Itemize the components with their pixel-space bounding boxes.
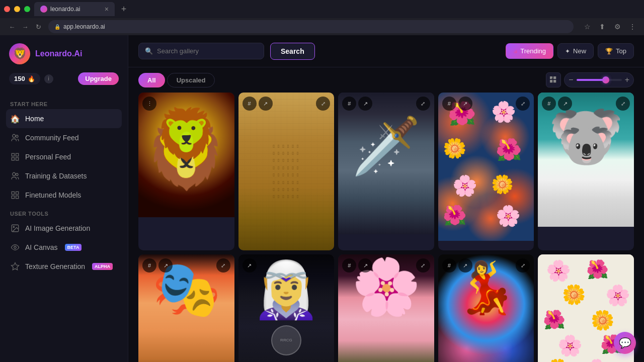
item-expand-btn[interactable]: ⤢ [216, 258, 230, 273]
item-icons: ⋮ [142, 97, 156, 111]
svg-rect-20 [552, 78, 553, 79]
sidebar-item-ai-canvas[interactable]: AI Canvas BETA [6, 238, 122, 257]
top-button[interactable]: 🏆 Top [598, 43, 634, 59]
item-expand-btn[interactable]: ⤢ [616, 97, 630, 111]
svg-rect-4 [12, 158, 14, 160]
sidebar-item-personal-feed[interactable]: Personal Feed [6, 147, 122, 166]
browser-action-buttons: ☆ ⬆ ⚙ ⋮ [582, 21, 638, 32]
svg-marker-15 [12, 263, 19, 270]
sidebar-item-ai-image[interactable]: AI Image Generation [6, 219, 122, 238]
item-hash-btn[interactable]: # [442, 97, 456, 111]
address-bar[interactable]: 🔒 app.leonardo.ai [48, 20, 574, 33]
gallery-item[interactable]: 𓀀 𓀁 𓀂 𓀃 𓀄 𓀅𓀆 𓀇 𓀈 𓀉 𓀊 𓀋𓀌 𓀍 𓀎 𓀏 𓀐 𓀑𓀒 𓀓 𓀔 𓀕… [238, 93, 335, 250]
close-btn[interactable] [4, 6, 10, 12]
back-btn[interactable]: ← [6, 21, 18, 33]
gallery-item[interactable]: 💃 # ↗ ⤢ [438, 254, 534, 362]
zoom-minus-btn[interactable]: − [569, 75, 573, 84]
new-tab-btn[interactable]: + [117, 2, 131, 16]
texture-icon [10, 261, 20, 272]
sidebar-item-finetuned[interactable]: Finetuned Models [6, 186, 122, 205]
svg-rect-18 [550, 80, 552, 82]
search-box: 🔍 [138, 43, 264, 59]
upgrade-button[interactable]: Upgrade [78, 72, 119, 85]
item-share-btn[interactable]: ↗ [243, 258, 257, 273]
tab-title: leonardo.ai [50, 6, 80, 13]
item-hash-btn[interactable]: # [142, 258, 156, 273]
active-tab[interactable]: leonardo.ai × [34, 2, 115, 16]
gallery-item[interactable]: 🎭 # ↗ ⤢ [138, 254, 234, 362]
gallery-item[interactable]: 🗡️ # ↗ ⤢ [338, 93, 434, 250]
item-icons: # ↗ [243, 97, 273, 111]
filter-upscaled[interactable]: Upscaled [167, 73, 215, 87]
beta-badge: BETA [65, 244, 82, 251]
search-icon: 🔍 [145, 47, 153, 55]
sidebar-label-finetuned: Finetuned Models [25, 191, 81, 199]
search-button[interactable]: Search [270, 43, 315, 60]
grid-view-btn[interactable] [546, 72, 561, 87]
item-hash-btn[interactable]: # [542, 97, 556, 111]
sidebar-item-community-feed[interactable]: Community Feed [6, 128, 122, 147]
star-btn[interactable]: ☆ [582, 21, 593, 32]
item-share-btn[interactable]: ↗ [458, 258, 472, 273]
gallery-item[interactable]: 🌺 🌸 🌼 🌺 🌸 🌼 🌺 🌸 # [438, 93, 534, 250]
sidebar: 🦁 Leonardo.Ai 150 🔥 i Upgrade Start Here… [0, 35, 128, 362]
zoom-slider[interactable]: − + [564, 72, 634, 87]
share-btn[interactable]: ⬆ [597, 21, 608, 32]
zoom-track [577, 79, 622, 81]
new-button[interactable]: ✦ New [557, 43, 594, 59]
gallery-item[interactable]: 🐨 # ↗ ⤢ [538, 93, 634, 250]
item-share-btn[interactable]: ↗ [358, 97, 372, 111]
sidebar-item-home[interactable]: 🏠 Home [6, 109, 122, 128]
item-icons: # ↗ [442, 258, 472, 273]
svg-rect-17 [553, 76, 556, 79]
svg-rect-9 [16, 192, 19, 194]
svg-point-14 [14, 246, 17, 249]
gallery-image-egyptian: 𓀀 𓀁 𓀂 𓀃 𓀄 𓀅𓀆 𓀇 𓀈 𓀉 𓀊 𓀋𓀌 𓀍 𓀎 𓀏 𓀐 𓀑𓀒 𓀓 𓀔 𓀕… [238, 93, 335, 250]
gallery-item[interactable]: 🌸 # ↗ ⤢ [338, 254, 434, 362]
chat-bubble-btn[interactable]: 💬 [614, 332, 636, 354]
extensions-btn[interactable]: ⚙ [612, 21, 623, 32]
sidebar-label-texture: Texture Generation [25, 262, 85, 270]
item-expand-btn[interactable]: ⤢ [316, 97, 330, 111]
item-hash-btn[interactable]: # [342, 97, 356, 111]
svg-point-6 [13, 172, 16, 175]
sidebar-item-training[interactable]: Training & Datasets [6, 166, 122, 186]
filter-tabs: All Upscaled [138, 73, 215, 87]
start-here-label: Start Here [6, 97, 122, 109]
gallery-image-koala: 🐨 [538, 93, 634, 227]
item-share-btn[interactable]: ↗ [358, 258, 372, 273]
menu-btn[interactable]: ⋮ [627, 21, 638, 32]
info-button[interactable]: i [44, 74, 53, 83]
item-hash-btn[interactable]: # [342, 258, 356, 273]
refresh-btn[interactable]: ↻ [32, 21, 44, 33]
item-share-btn[interactable]: ↗ [158, 258, 173, 273]
browser-chrome: leonardo.ai × + ← → ↻ 🔒 app.leonardo.ai … [0, 0, 644, 35]
zoom-plus-btn[interactable]: + [625, 75, 629, 84]
nav-buttons: ← → ↻ [6, 21, 44, 33]
training-icon [10, 171, 20, 181]
trending-button[interactable]: Trending [506, 43, 553, 59]
item-menu-btn[interactable]: ⋮ [142, 97, 156, 111]
item-icons: # ↗ [342, 258, 372, 273]
item-expand-btn[interactable]: ⤢ [416, 97, 430, 111]
forward-btn[interactable]: → [19, 21, 31, 33]
item-share-btn[interactable]: ↗ [259, 97, 273, 111]
filter-all[interactable]: All [138, 73, 165, 87]
gallery-item[interactable]: 🧝‍♀️ RRCG ↗ [238, 254, 335, 362]
sidebar-item-texture[interactable]: Texture Generation ALPHA [6, 257, 122, 276]
app-container: 🦁 Leonardo.Ai 150 🔥 i Upgrade Start Here… [0, 35, 644, 362]
item-hash-btn[interactable]: # [243, 97, 257, 111]
tab-close-btn[interactable]: × [105, 5, 109, 13]
item-share-btn[interactable]: ↗ [458, 97, 472, 111]
maximize-btn[interactable] [24, 6, 30, 12]
gallery-item[interactable]: 🦁 ⋮ [138, 93, 234, 250]
window-controls [4, 6, 30, 12]
item-hash-btn[interactable]: # [442, 258, 456, 273]
credits-amount: 150 [14, 75, 25, 82]
svg-point-7 [16, 173, 19, 176]
minimize-btn[interactable] [14, 6, 20, 12]
item-share-btn[interactable]: ↗ [558, 97, 572, 111]
search-input[interactable] [157, 47, 237, 55]
credits-bar: 150 🔥 i Upgrade [6, 72, 122, 85]
main-content: 🔍 Search Trending ✦ New 🏆 Top [128, 35, 644, 362]
